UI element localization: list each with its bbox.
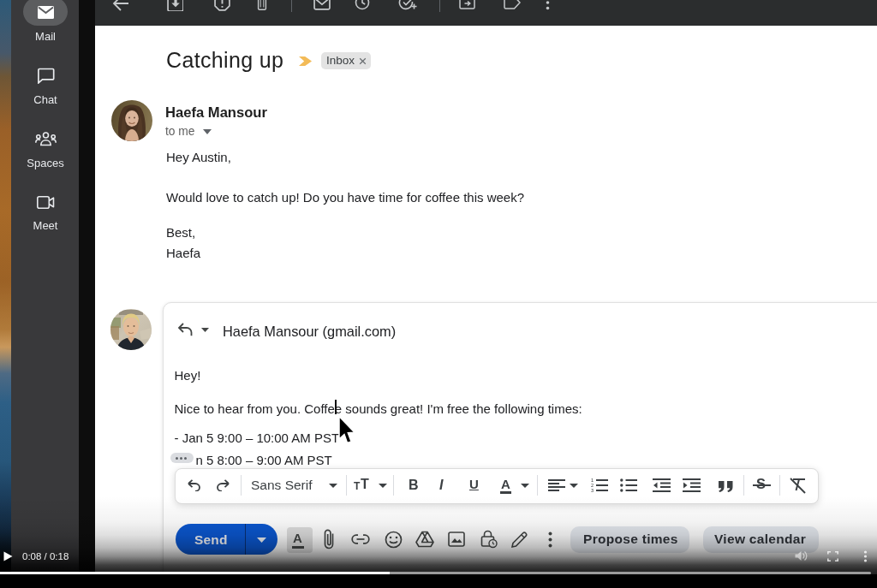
svg-text:3: 3: [591, 488, 594, 492]
